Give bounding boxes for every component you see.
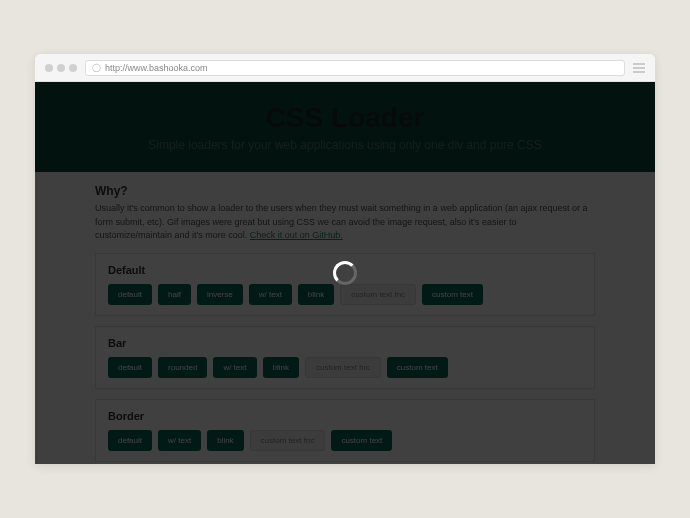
maximize-dot[interactable] xyxy=(69,64,77,72)
hamburger-menu-icon[interactable] xyxy=(633,63,645,73)
url-text: http://www.bashooka.com xyxy=(105,63,208,73)
browser-chrome-bar: ◯ http://www.bashooka.com xyxy=(35,54,655,82)
window-controls xyxy=(45,64,77,72)
page-viewport: CSS Loader Simple loaders for your web a… xyxy=(35,82,655,464)
browser-window: ◯ http://www.bashooka.com CSS Loader Sim… xyxy=(35,54,655,464)
spinner-icon xyxy=(333,261,357,285)
url-bar[interactable]: ◯ http://www.bashooka.com xyxy=(85,60,625,76)
globe-icon: ◯ xyxy=(92,63,101,72)
minimize-dot[interactable] xyxy=(57,64,65,72)
loading-overlay xyxy=(35,82,655,464)
close-dot[interactable] xyxy=(45,64,53,72)
